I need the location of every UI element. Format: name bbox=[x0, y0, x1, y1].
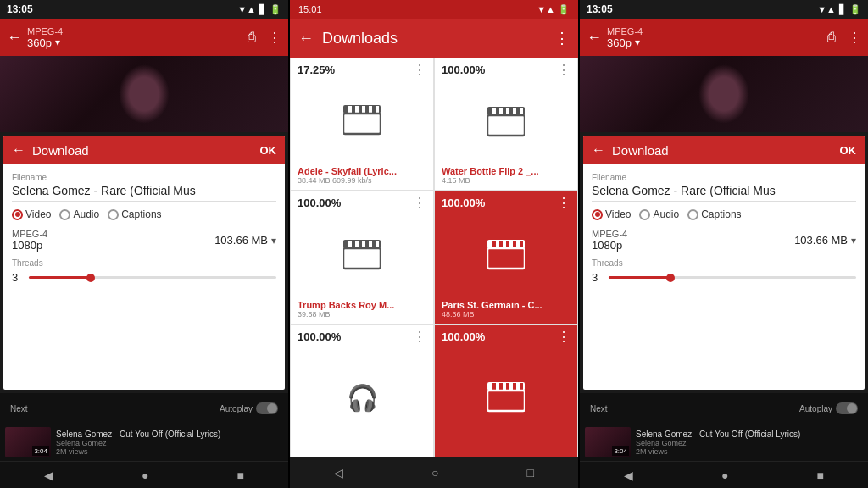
left-wifi-icon: ▋ bbox=[259, 4, 266, 15]
left-battery-icon: 🔋 bbox=[270, 4, 281, 15]
dl-item-0-percent: 17.25% bbox=[298, 64, 335, 76]
right-next-video-title: Selena Gomez - Cut You Off (Official Lyr… bbox=[636, 430, 863, 439]
right-nav-home-btn[interactable]: ● bbox=[721, 469, 728, 482]
right-video-area bbox=[580, 56, 868, 132]
left-status-icons: ▼▲ ▋ 🔋 bbox=[237, 4, 281, 15]
right-dialog-back-icon[interactable]: ← bbox=[592, 142, 605, 158]
dl-item-0-menu[interactable]: ⋮ bbox=[413, 64, 426, 77]
right-format-row: 360p ▾ bbox=[607, 36, 827, 49]
dl-nav-square-btn[interactable]: □ bbox=[527, 466, 534, 480]
dl-battery-icon: 🔋 bbox=[558, 4, 570, 14]
left-slider-track[interactable] bbox=[29, 276, 276, 279]
dl-item-5-menu[interactable]: ⋮ bbox=[557, 330, 570, 344]
left-video-bg bbox=[0, 56, 288, 132]
left-phone-panel: 13:05 ▼▲ ▋ 🔋 ← MPEG-4 360p ▾ ⎙ ⋮ ← Downl… bbox=[0, 0, 288, 488]
left-ok-button[interactable]: OK bbox=[260, 144, 277, 157]
right-menu-icon[interactable]: ⋮ bbox=[848, 30, 861, 46]
left-radio-audio[interactable]: Audio bbox=[59, 208, 99, 220]
left-back-arrow-icon[interactable]: ← bbox=[7, 29, 22, 47]
right-share-icon[interactable]: ⎙ bbox=[827, 30, 836, 46]
right-wifi-icon: ▋ bbox=[839, 4, 846, 15]
left-next-video-title: Selena Gomez - Cut You Off (Official Lyr… bbox=[56, 430, 283, 439]
left-nav-home-btn[interactable]: ● bbox=[142, 469, 148, 482]
left-radio-audio-label: Audio bbox=[73, 208, 99, 220]
left-nav-back-btn[interactable]: ◀ bbox=[44, 469, 53, 482]
dl-item-1[interactable]: 100.00% ⋮ Water Bottle Flip 2 _... 4.15 … bbox=[434, 58, 578, 191]
dl-item-3-percent: 100.00% bbox=[442, 197, 485, 209]
dl-item-2-menu[interactable]: ⋮ bbox=[413, 197, 426, 210]
right-slider-fill bbox=[609, 276, 670, 279]
left-filename-label: Filename bbox=[12, 173, 276, 182]
dl-item-2-icon-area bbox=[298, 214, 426, 296]
left-download-dialog: ← Download OK Filename Selena Gomez - Ra… bbox=[3, 136, 285, 390]
right-ok-button[interactable]: OK bbox=[840, 144, 857, 157]
right-signal-icon: ▼▲ bbox=[817, 4, 836, 14]
right-video-bg bbox=[580, 56, 868, 132]
svg-rect-13 bbox=[487, 115, 525, 136]
dl-item-3-menu[interactable]: ⋮ bbox=[557, 197, 570, 210]
dl-back-icon[interactable]: ← bbox=[298, 30, 314, 47]
dl-item-3-top: 100.00% ⋮ bbox=[442, 197, 570, 210]
right-dropdown-icon[interactable]: ▾ bbox=[635, 36, 640, 48]
right-radio-captions[interactable]: Captions bbox=[687, 208, 741, 220]
svg-rect-24 bbox=[506, 241, 509, 247]
left-radio-video[interactable]: Video bbox=[12, 208, 51, 220]
svg-rect-29 bbox=[492, 383, 496, 390]
left-view-count: 2M views bbox=[56, 447, 283, 456]
left-radio-captions[interactable]: Captions bbox=[108, 208, 161, 220]
dl-time: 15:01 bbox=[298, 4, 322, 14]
right-autoplay-toggle[interactable] bbox=[836, 402, 858, 414]
left-bottom-bar: Next Autoplay bbox=[0, 393, 288, 424]
svg-rect-15 bbox=[348, 241, 352, 247]
right-next-video-row[interactable]: Selena Gomez - Cut You Off (Official Lyr… bbox=[580, 424, 868, 461]
dl-item-2[interactable]: 100.00% ⋮ Trump Backs Roy M... 39.58 MB bbox=[290, 191, 434, 324]
svg-rect-20 bbox=[343, 248, 381, 269]
clapper-svg-2 bbox=[343, 240, 381, 270]
left-menu-icon[interactable]: ⋮ bbox=[268, 30, 281, 46]
svg-rect-25 bbox=[513, 241, 516, 247]
dl-item-0[interactable]: 17.25% ⋮ Adele - Skyfall bbox=[290, 58, 434, 191]
dl-item-0-icon-area bbox=[298, 80, 426, 163]
left-format-label: MPEG-4 bbox=[27, 26, 248, 36]
svg-rect-2 bbox=[355, 106, 359, 113]
svg-rect-34 bbox=[487, 391, 525, 411]
left-autoplay-toggle[interactable] bbox=[256, 402, 278, 414]
svg-rect-6 bbox=[343, 114, 381, 134]
left-nav-square-btn[interactable]: ■ bbox=[237, 469, 244, 482]
right-radio-audio[interactable]: Audio bbox=[639, 208, 679, 220]
right-format-label: MPEG-4 bbox=[607, 26, 827, 36]
svg-rect-22 bbox=[492, 241, 496, 247]
right-slider-track[interactable] bbox=[609, 276, 856, 279]
left-radio-captions-circle bbox=[108, 209, 119, 220]
left-thumb-box bbox=[5, 427, 51, 458]
left-dialog-back-icon[interactable]: ← bbox=[12, 142, 25, 158]
dl-nav-back-btn[interactable]: ◁ bbox=[334, 466, 343, 480]
right-format-col: MPEG-4 1080p bbox=[592, 229, 627, 252]
dl-grid: 17.25% ⋮ Adele - Skyfall bbox=[290, 58, 578, 458]
left-nav-bar: ◀ ● ■ bbox=[0, 461, 288, 488]
left-dropdown-icon[interactable]: ▾ bbox=[55, 36, 60, 48]
left-size-dropdown-icon[interactable]: ▾ bbox=[271, 235, 276, 247]
dl-item-3[interactable]: 100.00% ⋮ Paris St. Germain - C... 48.36… bbox=[434, 191, 578, 324]
right-nav-square-btn[interactable]: ■ bbox=[817, 469, 824, 482]
svg-rect-12 bbox=[520, 108, 523, 114]
left-radio-video-circle bbox=[12, 209, 23, 220]
dl-nav-home-btn[interactable]: ○ bbox=[431, 466, 438, 480]
left-format-col: MPEG-4 1080p bbox=[12, 229, 47, 252]
right-nav-back-btn[interactable]: ◀ bbox=[624, 469, 633, 482]
dl-menu-icon[interactable]: ⋮ bbox=[554, 29, 570, 47]
left-share-icon[interactable]: ⎙ bbox=[248, 30, 256, 46]
right-next-video-info: Selena Gomez - Cut You Off (Official Lyr… bbox=[636, 430, 863, 456]
dl-item-4-menu[interactable]: ⋮ bbox=[413, 330, 426, 344]
left-next-video-row[interactable]: Selena Gomez - Cut You Off (Official Lyr… bbox=[0, 424, 288, 461]
right-radio-video[interactable]: Video bbox=[592, 208, 631, 220]
dl-item-5[interactable]: 100.00% ⋮ bbox=[434, 324, 578, 458]
svg-rect-9 bbox=[499, 108, 503, 114]
left-autoplay-label: Autoplay bbox=[220, 404, 253, 413]
dl-item-4[interactable]: 100.00% ⋮ 🎧 bbox=[290, 324, 434, 458]
right-size-dropdown-icon[interactable]: ▾ bbox=[851, 235, 856, 247]
dl-item-1-menu[interactable]: ⋮ bbox=[557, 64, 570, 77]
right-radio-captions-label: Captions bbox=[701, 208, 741, 220]
right-size-row: 103.66 MB ▾ bbox=[794, 234, 856, 247]
right-back-arrow-icon[interactable]: ← bbox=[587, 29, 602, 47]
